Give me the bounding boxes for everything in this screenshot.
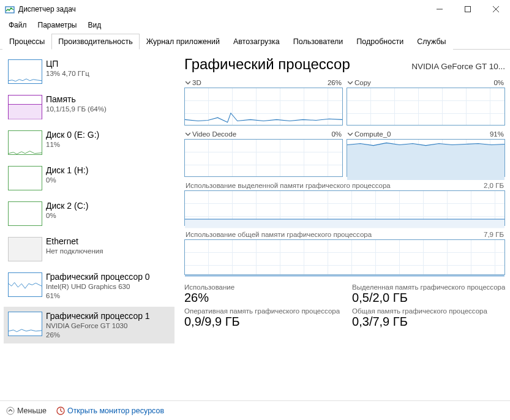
shared-mem-row: Использование общей памяти графического … — [184, 231, 505, 239]
minimize-button[interactable] — [426, 0, 454, 18]
engine-video-decode-cell: Video Decode 0% — [184, 129, 343, 177]
engine-3d-pct: 26% — [328, 79, 342, 86]
cpu-thumb — [8, 59, 42, 84]
tab-users[interactable]: Пользователи — [287, 34, 350, 50]
sidebar-item-disk2[interactable]: Диск 2 (C:) 0% — [4, 197, 174, 230]
sidebar-item-memory[interactable]: Память 10,1/15,9 ГБ (64%) — [4, 90, 174, 123]
stat-shared-label: Общая память графического процессора — [352, 307, 505, 315]
svg-point-12 — [7, 407, 14, 414]
svg-rect-2 — [465, 7, 471, 12]
dedicated-mem-max: 2,0 ГБ — [484, 182, 504, 189]
open-resource-monitor-label: Открыть монитор ресурсов — [67, 407, 164, 415]
chevron-down-icon — [186, 132, 190, 137]
engine-3d-selector[interactable]: 3D — [186, 79, 201, 86]
engine-copy-selector[interactable]: Copy — [348, 79, 371, 86]
svg-rect-5 — [9, 104, 42, 119]
sidebar-item-label: Графический процессор 0 — [46, 271, 150, 282]
fewer-details-button[interactable]: Меньше — [6, 407, 47, 415]
sidebar-item-ethernet[interactable]: Ethernet Нет подключения — [4, 232, 174, 265]
stat-utilization-label: Использование — [184, 283, 340, 291]
open-resource-monitor[interactable]: Открыть монитор ресурсов — [56, 407, 164, 415]
shared-mem-max: 7,9 ГБ — [484, 231, 504, 238]
sidebar-item-cpu[interactable]: ЦП 13% 4,70 ГГц — [4, 54, 174, 88]
menu-view[interactable]: Вид — [83, 20, 106, 31]
svg-marker-7 — [347, 143, 504, 180]
stat-gpu-ram-label: Оперативная память графического процессо… — [184, 307, 340, 315]
engine-video-decode-chart[interactable] — [184, 139, 343, 177]
sidebar-item-label: Ethernet — [46, 236, 103, 247]
tab-services[interactable]: Службы — [410, 34, 452, 50]
gpu-heading: Графический процессор — [184, 56, 350, 73]
stat-shared: Общая память графического процессора 0,3… — [352, 307, 505, 329]
tab-app-history[interactable]: Журнал приложений — [140, 34, 227, 50]
maximize-button[interactable] — [454, 0, 482, 18]
disk0-thumb — [8, 130, 42, 155]
gpu-panel: Графический процессор NVIDIA GeForce GT … — [174, 50, 510, 400]
ethernet-thumb — [8, 237, 42, 261]
sidebar-item-label: Графический процессор 1 — [46, 310, 150, 321]
gpu1-thumb — [8, 312, 42, 336]
sidebar-item-disk1[interactable]: Диск 1 (H:) 0% — [4, 161, 174, 194]
menu-options[interactable]: Параметры — [33, 20, 82, 31]
footer: Меньше Открыть монитор ресурсов — [0, 400, 510, 420]
engine-video-decode-label: Video Decode — [192, 130, 236, 138]
engine-3d-label: 3D — [192, 79, 201, 86]
shared-mem-chart[interactable] — [184, 239, 505, 275]
sidebar-item-label: Память — [46, 94, 107, 105]
stat-gpu-ram: Оперативная память графического процессо… — [184, 307, 340, 329]
engine-copy-pct: 0% — [493, 79, 504, 86]
window-title: Диспетчер задач — [18, 5, 76, 13]
fewer-details-label: Меньше — [17, 407, 47, 415]
stat-utilization: Использование 26% — [184, 283, 340, 305]
stat-shared-value: 0,3/7,9 ГБ — [352, 315, 505, 329]
engine-compute0-chart[interactable] — [347, 139, 505, 177]
disk2-thumb — [8, 201, 42, 226]
engine-3d-cell: 3D 26% — [184, 78, 343, 126]
sidebar-item-sub: 10,1/15,9 ГБ (64%) — [46, 105, 107, 114]
gpu-stats: Использование 26% Выделенная память граф… — [184, 283, 505, 329]
sidebar-item-sub: NVIDIA GeForce GT 1030 — [46, 321, 150, 331]
titlebar: Диспетчер задач — [0, 0, 510, 18]
shared-mem-label: Использование общей памяти графического … — [186, 231, 372, 238]
sidebar-item-label: Диск 1 (H:) — [46, 165, 88, 176]
svg-marker-8 — [185, 219, 504, 228]
sidebar-item-gpu1[interactable]: Графический процессор 1 NVIDIA GeForce G… — [4, 307, 174, 343]
engine-compute0-label: Compute_0 — [354, 130, 391, 138]
tab-details[interactable]: Подробности — [350, 34, 410, 50]
sidebar-item-label: ЦП — [46, 58, 89, 69]
sidebar-item-sub2: 61% — [46, 291, 150, 301]
sidebar-item-sub: 11% — [46, 140, 99, 149]
engine-copy-chart[interactable] — [347, 88, 505, 126]
tabs-row: Процессы Производительность Журнал прило… — [0, 33, 510, 50]
chevron-down-icon — [186, 80, 190, 85]
tab-processes[interactable]: Процессы — [2, 34, 51, 50]
close-button[interactable] — [482, 0, 510, 18]
stat-gpu-ram-value: 0,9/9,9 ГБ — [184, 315, 340, 329]
dedicated-mem-chart[interactable] — [184, 190, 505, 226]
sidebar-item-sub: Intel(R) UHD Graphics 630 — [46, 282, 150, 291]
chevron-down-icon — [348, 80, 353, 85]
menu-file[interactable]: Файл — [4, 20, 32, 31]
engine-3d-chart[interactable] — [184, 88, 343, 126]
sidebar-item-sub: Нет подключения — [46, 247, 103, 256]
tab-startup[interactable]: Автозагрузка — [227, 34, 287, 50]
sidebar-item-sub: 0% — [46, 211, 88, 220]
sidebar-item-disk0[interactable]: Диск 0 (E: G:) 11% — [4, 126, 174, 159]
main-area: ЦП 13% 4,70 ГГц Память 10,1/15,9 ГБ (64%… — [0, 50, 510, 400]
svg-line-15 — [61, 411, 62, 412]
tab-performance[interactable]: Производительность — [51, 34, 139, 50]
sidebar-item-sub: 13% 4,70 ГГц — [46, 69, 89, 78]
sidebar-item-sub: 0% — [46, 176, 88, 185]
stat-dedicated: Выделенная память графического процессор… — [352, 283, 505, 305]
engine-compute0-selector[interactable]: Compute_0 — [348, 130, 391, 138]
sidebar-item-label: Диск 2 (C:) — [46, 200, 88, 211]
sidebar-item-gpu0[interactable]: Графический процессор 0 Intel(R) UHD Gra… — [4, 268, 174, 304]
engine-compute0-cell: Compute_0 91% — [347, 129, 505, 177]
dedicated-mem-row: Использование выделенной памяти графичес… — [184, 182, 505, 190]
stat-dedicated-value: 0,5/2,0 ГБ — [352, 291, 505, 305]
stat-dedicated-label: Выделенная память графического процессор… — [352, 283, 505, 291]
chevron-up-circle-icon — [6, 407, 15, 415]
resource-monitor-icon — [56, 407, 65, 415]
engine-video-decode-selector[interactable]: Video Decode — [186, 130, 236, 138]
app-icon — [5, 4, 15, 14]
